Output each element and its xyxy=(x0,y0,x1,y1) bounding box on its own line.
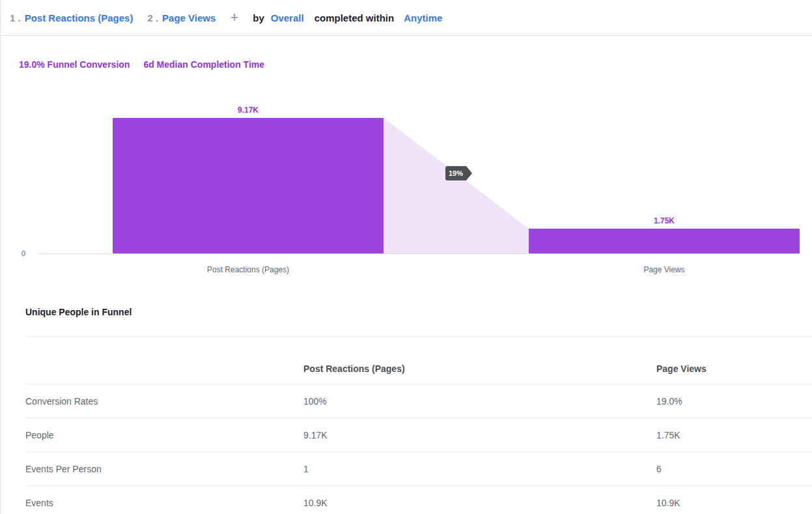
median-completion-time-stat: 6d Median Completion Time xyxy=(143,59,264,70)
step-2-index: 2 . xyxy=(147,12,158,23)
table-row: Events Per Person 1 6 xyxy=(25,452,812,486)
row-label: Conversion Rates xyxy=(25,396,303,407)
cell-value: 6 xyxy=(656,464,812,474)
completed-within-label: completed within xyxy=(315,12,395,23)
bar-2-value-label: 1.75K xyxy=(529,216,800,225)
cell-value: 10.9K xyxy=(656,498,812,508)
cell-value: 9.17K xyxy=(303,430,656,440)
cell-value: 1 xyxy=(303,464,656,474)
funnel-steps-bar: 1 . Post Reactions (Pages) 2 . Page View… xyxy=(1,0,812,36)
bar-1-value-label: 9.17K xyxy=(113,106,384,115)
add-step-button plus-icon[interactable]: + xyxy=(230,10,238,25)
cell-value: 10.9K xyxy=(303,498,656,508)
funnel-slope-area xyxy=(384,118,529,253)
header-spacer xyxy=(25,374,303,384)
step-conversion-badge-text: 19% xyxy=(445,166,466,180)
step-1-index: 1 . xyxy=(10,12,21,23)
table-row: Events 10.9K 10.9K xyxy=(25,486,812,514)
funnel-step-1[interactable]: 1 . Post Reactions (Pages) xyxy=(10,12,133,23)
column-header-post-reactions: Post Reactions (Pages) xyxy=(303,364,656,384)
funnel-summary-stats: 19.0% Funnel Conversion 6d Median Comple… xyxy=(19,59,264,70)
cell-value: 1.75K xyxy=(656,430,812,440)
table-row: People 9.17K 1.75K xyxy=(25,418,812,452)
row-label: Events Per Person xyxy=(25,464,303,474)
funnel-bar-page-views[interactable] xyxy=(529,229,800,253)
funnel-conversion-stat: 19.0% Funnel Conversion xyxy=(19,59,130,70)
table-heading: Unique People in Funnel xyxy=(25,307,132,317)
breakdown-selector[interactable]: Overall xyxy=(271,12,304,23)
x-axis-label-page-views: Page Views xyxy=(529,265,800,274)
funnel-analytics-page: 1 . Post Reactions (Pages) 2 . Page View… xyxy=(0,0,812,514)
table-row: Conversion Rates 100% 19.0% xyxy=(25,384,812,418)
time-window-selector[interactable]: Anytime xyxy=(404,12,442,23)
badge-arrow-icon xyxy=(466,166,472,180)
step-1-link[interactable]: Post Reactions (Pages) xyxy=(25,12,133,23)
row-label: People xyxy=(25,430,303,440)
x-axis-label-post-reactions: Post Reactions (Pages) xyxy=(113,265,384,274)
by-label: by xyxy=(253,12,264,23)
funnel-step-2[interactable]: 2 . Page Views xyxy=(147,12,216,23)
step-2-link[interactable]: Page Views xyxy=(162,12,216,23)
funnel-bar-post-reactions[interactable] xyxy=(113,118,384,253)
funnel-metrics-table: Post Reactions (Pages) Page Views Conver… xyxy=(1,337,812,514)
row-label: Events xyxy=(25,498,303,508)
step-conversion-badge: 19% xyxy=(445,166,472,180)
y-axis-zero-label: 0 xyxy=(21,250,25,257)
chart-baseline xyxy=(38,253,800,254)
cell-value: 19.0% xyxy=(656,396,812,407)
cell-value: 100% xyxy=(303,396,656,407)
column-header-page-views: Page Views xyxy=(656,364,812,384)
table-header-row: Post Reactions (Pages) Page Views xyxy=(25,337,812,384)
